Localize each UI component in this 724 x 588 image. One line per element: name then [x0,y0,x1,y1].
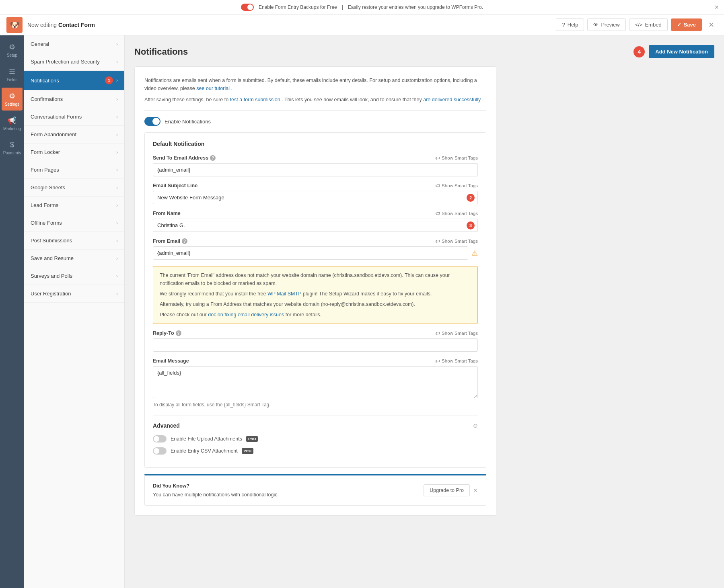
from-name-label-row: From Name 🏷 Show Smart Tags [153,211,478,216]
entry-backup-toggle[interactable] [241,4,254,11]
delivered-successfully-link[interactable]: are delivered successfully [423,97,481,102]
email-message-label: Email Message [153,358,189,364]
save-button[interactable]: ✓ Save [671,18,702,31]
from-name-input[interactable] [153,219,478,232]
from-email-label-row: From Email ? 🏷 Show Smart Tags [153,238,478,244]
fields-label: Fields [7,78,18,82]
banner-close-icon[interactable]: ✕ [714,4,719,10]
email-message-textarea[interactable]: {all_fields} [153,366,478,398]
app-wrapper: 🐶 Now editing Contact Form ? Help 👁 Prev… [0,14,724,588]
sidebar-item-confirmations[interactable]: Confirmations › [24,90,124,108]
email-subject-input-wrapper: 2 [153,191,478,204]
logo-icon: 🐶 [10,20,20,30]
did-you-know-title: Did You Know? [153,482,279,490]
sidebar-item-save-and-resume[interactable]: Save and Resume › [24,250,124,267]
page-header-right: 4 Add New Notification [634,45,714,58]
sidebar-item-marketing[interactable]: 📢 Marketing [2,112,23,135]
test-form-link[interactable]: test a form submission [230,97,280,102]
send-to-email-input[interactable] [153,163,478,176]
notifications-right: 1 › [105,76,118,84]
file-upload-label: Enable File Upload Attachments [171,436,242,442]
preview-label: Preview [601,22,619,28]
from-email-group: From Email ? 🏷 Show Smart Tags ⚠ [153,238,478,260]
step-badge: 4 [634,46,645,57]
header-close-icon[interactable]: ✕ [705,19,718,31]
sidebar-item-settings[interactable]: ⚙ Settings [2,88,23,111]
send-to-email-smart-tags[interactable]: 🏷 Show Smart Tags [435,156,478,160]
page-title: Notifications [134,47,188,57]
sidebar-item-post-submissions[interactable]: Post Submissions › [24,232,124,250]
sidebar-item-google-sheets[interactable]: Google Sheets › [24,179,124,197]
sidebar-item-payments[interactable]: $ Payments [2,137,23,159]
user-registration-label: User Registration [31,291,71,297]
send-to-email-smart-tags-label: Show Smart Tags [442,156,478,160]
add-notification-button[interactable]: Add New Notification [649,45,714,58]
advanced-header[interactable]: Advanced ⊖ [153,422,478,429]
file-upload-toggle-row: Enable File Upload Attachments PRO [153,435,478,443]
sidebar-item-surveys-and-polls[interactable]: Surveys and Polls › [24,267,124,285]
wp-mail-smtp-link[interactable]: WP Mail SMTP [267,291,301,297]
form-name: Contact Form [58,22,95,28]
from-name-label-text: From Name [153,211,181,216]
reply-to-label: Reply-To ? [153,330,181,336]
form-abandon-chevron-icon: › [116,132,118,137]
sidebar-item-form-locker[interactable]: Form Locker › [24,143,124,161]
upgrade-to-pro-button[interactable]: Upgrade to Pro [424,484,470,496]
info-text-2-after: . [482,97,483,102]
reply-to-input[interactable] [153,338,478,352]
sidebar-item-lead-forms[interactable]: Lead Forms › [24,197,124,214]
help-button[interactable]: ? Help [556,18,584,31]
save-checkmark-icon: ✓ [677,22,681,28]
post-submissions-label: Post Submissions [31,238,72,244]
from-email-help-icon[interactable]: ? [182,238,187,244]
save-and-resume-label: Save and Resume [31,255,74,261]
sidebar-item-conversational-forms[interactable]: Conversational Forms › [24,108,124,126]
enable-notifications-toggle[interactable] [144,117,160,126]
sidebar-item-offline-forms[interactable]: Offline Forms › [24,214,124,232]
warning-line-2-after: plugin! The Setup Wizard makes it easy t… [303,291,432,297]
notifications-badge: 1 [105,76,113,84]
see-tutorial-link[interactable]: see our tutorial [196,86,230,91]
smart-tag-icon-4: 🏷 [435,239,440,244]
reply-to-smart-tags[interactable]: 🏷 Show Smart Tags [435,331,478,336]
from-email-input[interactable] [153,246,468,260]
banner-separator: | [342,4,343,10]
did-you-know-box: Did You Know? You can have multiple noti… [144,474,486,506]
email-subject-input[interactable] [153,191,478,204]
notification-box-title: Default Notification [153,141,478,147]
info-text-1-after: . [231,86,232,91]
email-message-label-text: Email Message [153,358,189,364]
from-email-warning-box: The current 'From Email' address does no… [153,266,478,324]
sidebar-item-form-abandonment[interactable]: Form Abandonment › [24,126,124,143]
sidebar-item-setup[interactable]: ⚙ Setup [2,39,23,61]
embed-button[interactable]: </> Embed [629,18,668,31]
sidebar-item-user-registration[interactable]: User Registration › [24,285,124,303]
file-upload-toggle[interactable] [153,435,167,443]
doc-fixing-email-link[interactable]: doc on fixing email delivery issues [208,312,284,318]
body-layout: ⚙ Setup ☰ Fields ⚙ Settings 📢 Marketing … [0,35,724,588]
preview-button[interactable]: 👁 Preview [587,18,625,31]
did-you-know-text: Did You Know? You can have multiple noti… [153,482,279,499]
google-sheets-chevron-icon: › [116,185,118,191]
send-to-email-help-icon[interactable]: ? [210,155,216,161]
warning-line-1: The current 'From Email' address does no… [160,271,471,287]
send-to-email-label-row: Send To Email Address ? 🏷 Show Smart Tag… [153,155,478,161]
email-subject-smart-tags[interactable]: 🏷 Show Smart Tags [435,183,478,188]
payments-label: Payments [3,151,21,155]
spam-protection-label: Spam Protection and Security [31,59,100,65]
page-header: Notifications 4 Add New Notification [134,45,714,58]
notifications-label: Notifications [31,78,59,84]
from-email-smart-tags[interactable]: 🏷 Show Smart Tags [435,239,478,244]
from-name-smart-tags[interactable]: 🏷 Show Smart Tags [435,211,478,216]
did-you-know-close-icon[interactable]: ✕ [473,487,478,494]
sidebar-item-notifications[interactable]: Notifications 1 › [24,71,124,90]
header-bar: 🐶 Now editing Contact Form ? Help 👁 Prev… [0,14,724,35]
email-message-smart-tags[interactable]: 🏷 Show Smart Tags [435,359,478,363]
sidebar-item-general[interactable]: General › [24,35,124,53]
sidebar-item-fields[interactable]: ☰ Fields [2,63,23,86]
send-to-email-label-text: Send To Email Address [153,155,208,161]
reply-to-help-icon[interactable]: ? [176,330,181,336]
sidebar-item-spam-protection[interactable]: Spam Protection and Security › [24,53,124,71]
sidebar-item-form-pages[interactable]: Form Pages › [24,161,124,179]
csv-attachment-toggle[interactable] [153,447,167,455]
